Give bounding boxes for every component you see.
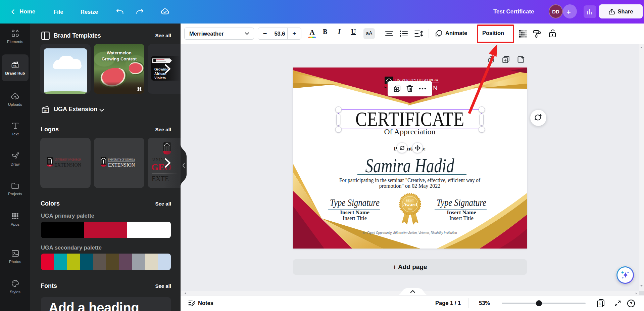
svg-text:EXTENSION: EXTENSION (54, 162, 82, 168)
svg-text:2022: 2022 (408, 208, 413, 210)
svg-text:Insert Title: Insert Title (449, 215, 474, 221)
svg-text:UNIVERSITY OF GEORGIA: UNIVERSITY OF GEORGIA (54, 158, 81, 161)
svg-text:Insert Title: Insert Title (343, 215, 367, 221)
svg-text:co.: co. (44, 109, 47, 112)
svg-text:promotion" on 02 May 2022: promotion" on 02 May 2022 (379, 183, 441, 189)
svg-text:For participating in the semin: For participating in the seminar "Creati… (339, 177, 481, 183)
svg-text:1785: 1785 (49, 165, 51, 167)
svg-text:UNIVERSITY OF GEORGIA: UNIVERSITY OF GEORGIA (108, 158, 135, 161)
svg-text:Type Signature: Type Signature (437, 197, 486, 208)
svg-text:co.: co. (13, 64, 17, 67)
svg-text:An Equal Opportunity, Affirmat: An Equal Opportunity, Affirmative Action… (362, 231, 457, 235)
svg-text:Samira Hadid: Samira Hadid (365, 154, 455, 177)
svg-text:EXTENSION: EXTENSION (108, 162, 135, 168)
svg-text:Award: Award (403, 202, 417, 207)
svg-text:Type Signature: Type Signature (330, 197, 380, 208)
